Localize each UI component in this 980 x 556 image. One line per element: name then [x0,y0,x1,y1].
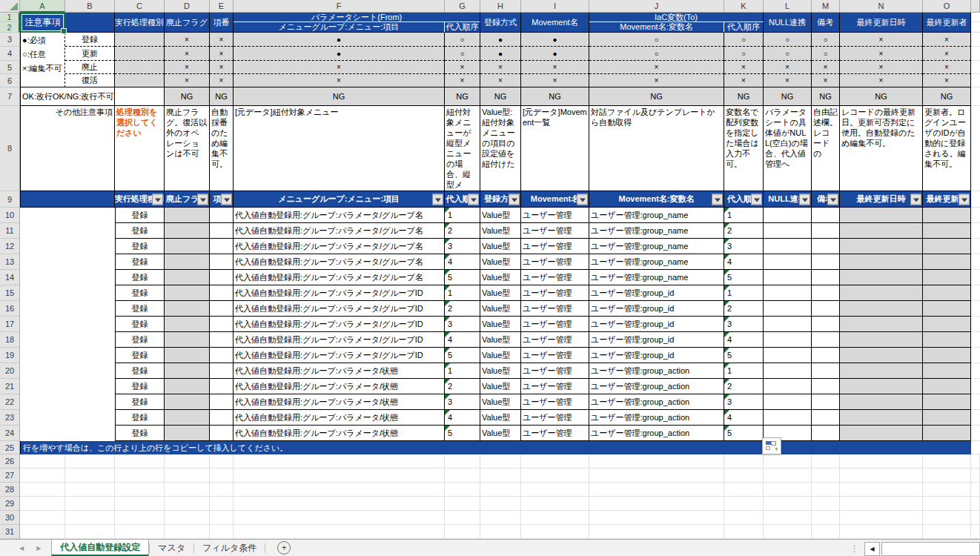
legend-op-登録[interactable]: 登録 [65,33,115,47]
cell-L6[interactable]: × [764,74,812,87]
cell-E23[interactable] [210,410,234,426]
cell-M21[interactable] [812,379,840,394]
row-header-27[interactable]: 27 [0,469,20,483]
cell-H10[interactable]: Value型 [480,208,521,223]
cell-J15[interactable]: ユーザー管理:group_id [589,285,724,301]
cell-J3[interactable]: ○ [589,33,724,47]
cell-D10[interactable] [165,208,210,223]
cell-G13[interactable]: 4 [445,254,480,270]
cell-M30[interactable] [812,511,840,525]
cell-M5[interactable]: × [812,61,840,74]
filter-dropdown-K[interactable] [751,193,762,205]
column-header-N[interactable]: N [840,0,923,13]
cell-O27[interactable] [923,469,971,483]
cell-J30[interactable] [589,511,724,525]
cell-B27[interactable] [65,469,115,483]
cell-H28[interactable] [480,483,521,497]
cell-F26[interactable] [234,454,445,469]
cell-M13[interactable] [812,254,840,270]
cell-K28[interactable] [724,483,764,497]
column-header-G[interactable]: G [445,0,480,13]
header-regist-method[interactable]: 登録方式 [480,13,521,33]
cell-H26[interactable] [480,454,521,469]
note-G8[interactable]: 紐付対象メニューが縦型メニューの場合、縦型メ [445,106,480,191]
cell-E16[interactable] [210,301,234,317]
cell-C27[interactable] [115,469,165,483]
cell-J7[interactable]: NG [589,87,724,106]
cell-G5[interactable]: × [445,61,480,74]
cell-C20[interactable]: 登録 [115,363,165,379]
cell-A29[interactable] [20,497,65,511]
cell-O10[interactable] [923,208,971,223]
row-header-31[interactable]: 31 [0,525,20,539]
cell-N30[interactable] [840,511,923,525]
cell-H6[interactable]: × [480,74,521,87]
row-header-30[interactable]: 30 [0,511,20,525]
cell-O20[interactable] [923,363,971,379]
filter-dropdown-O[interactable] [959,193,970,205]
header-iac-group[interactable]: IaC変数(To) [589,13,764,22]
row-header-28[interactable]: 28 [0,483,20,497]
cell-J18[interactable]: ユーザー管理:group_id [589,332,724,348]
cell-G6[interactable]: × [445,74,480,87]
cell-O30[interactable] [923,511,971,525]
select-all-corner[interactable] [0,0,20,13]
selection-fill-handle[interactable] [61,28,67,34]
row-header-26[interactable]: 26 [0,454,20,469]
cell-J16[interactable]: ユーザー管理:group_id [589,301,724,317]
cell-H24[interactable]: Value型 [480,426,521,441]
cell-G21[interactable]: 2 [445,379,480,394]
cell-O28[interactable] [923,483,971,497]
header-subst-order-from[interactable]: 代入順序 [445,22,480,33]
row-header-17[interactable]: 17 [0,317,20,332]
legend-op-廃止[interactable]: 廃止 [65,61,115,74]
cell-L4[interactable]: ○ [764,47,812,61]
row-header-18[interactable]: 18 [0,332,20,348]
cell-E30[interactable] [210,511,234,525]
cell-N19[interactable] [840,348,923,363]
cell-O4[interactable]: × [923,47,971,61]
cell-K24[interactable]: 5 [724,426,764,441]
cell-C26[interactable] [115,454,165,469]
cell-L20[interactable] [764,363,812,379]
column-header-K[interactable]: K [724,0,764,13]
cell-L21[interactable] [764,379,812,394]
cell-H19[interactable]: Value型 [480,348,521,363]
row-header-12[interactable]: 12 [0,239,20,254]
cell-D22[interactable] [165,394,210,410]
cell-L28[interactable] [764,483,812,497]
header-movement-name[interactable]: Movement名 [521,13,589,33]
cell-E17[interactable] [210,317,234,332]
cell-N20[interactable] [840,363,923,379]
cell-M24[interactable] [812,426,840,441]
cell-N16[interactable] [840,301,923,317]
cell-I30[interactable] [521,511,589,525]
cell-J4[interactable]: ○ [589,47,724,61]
cell-N28[interactable] [840,483,923,497]
cell-J12[interactable]: ユーザー管理:group_name [589,239,724,254]
cell-F28[interactable] [234,483,445,497]
cell-M28[interactable] [812,483,840,497]
cell-M31[interactable] [812,525,840,539]
header-param-sheet-group[interactable]: パラメータシート(From) [234,13,480,22]
cell-D29[interactable] [165,497,210,511]
cell-C22[interactable]: 登録 [115,394,165,410]
cell-N26[interactable] [840,454,923,469]
note-E8[interactable]: 自動採番のため編集不可。 [210,106,234,191]
cell-K31[interactable] [724,525,764,539]
cell-F11[interactable]: 代入値自動登録用:グループ:パラメータ/グループ名 [234,223,445,239]
cell-D12[interactable] [165,239,210,254]
cell-F15[interactable]: 代入値自動登録用:グループ:パラメータ/グループID [234,285,445,301]
cell-L29[interactable] [764,497,812,511]
cell-O22[interactable] [923,394,971,410]
cell-F21[interactable]: 代入値自動登録用:グループ:パラメータ/状態 [234,379,445,394]
cell-K26[interactable] [724,454,764,469]
cell-I23[interactable]: ユーザー管理 [521,410,589,426]
filter-dropdown-M[interactable] [827,193,838,205]
cell-C28[interactable] [115,483,165,497]
cell-E6[interactable]: × [210,74,234,87]
cell-N5[interactable]: × [840,61,923,74]
cell-F22[interactable]: 代入値自動登録用:グループ:パラメータ/状態 [234,394,445,410]
cell-L18[interactable] [764,332,812,348]
cell-I18[interactable]: ユーザー管理 [521,332,589,348]
